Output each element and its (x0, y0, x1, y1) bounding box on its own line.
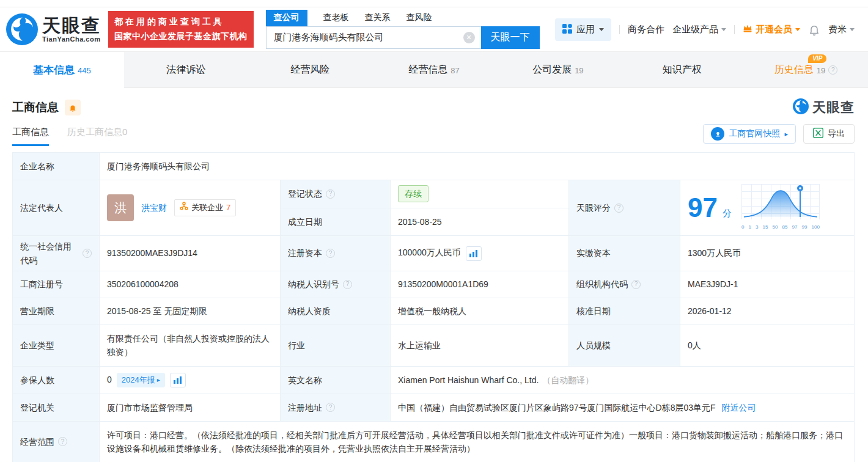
table-row: 企业类型 有限责任公司（非自然人投资或控股的法人独资） 行业 水上运输业 人员规… (13, 324, 855, 366)
cooperation-link[interactable]: 商务合作 (628, 24, 664, 35)
reg-status-label-cell: 登记状态 (281, 180, 391, 208)
score-distribution-chart[interactable]: 0131550859799100 (741, 184, 820, 232)
table-row: 经营范围 许可项目：港口经营。（依法须经批准的项目，经相关部门批准后方可开展经营… (13, 421, 855, 462)
enterprise-menu[interactable]: 企业级产品 (672, 24, 726, 35)
annual-report-badge[interactable]: 2024年报 (117, 373, 165, 388)
legal-rep-avatar[interactable]: 洪 (107, 194, 134, 221)
watermark-text: 天眼查 (812, 98, 855, 117)
industry-value: 水上运输业 (391, 324, 569, 366)
tab-intellectual-property[interactable]: 知识产权 (620, 52, 744, 87)
apps-menu[interactable]: 应用 (555, 18, 611, 41)
company-type-value: 有限责任公司（非自然人投资或控股的法人独资） (100, 324, 281, 366)
notification-bell-icon[interactable] (808, 23, 820, 36)
subtab-business-info[interactable]: 工商信息 (12, 127, 49, 146)
tianyancha-logo-icon (6, 13, 38, 45)
help-icon[interactable] (631, 280, 641, 289)
related-companies-label: 关联企业 (191, 202, 223, 215)
stamp-icon (711, 127, 724, 141)
tianyancha-logo[interactable]: 天眼查 TianYanCha.com (6, 13, 101, 45)
export-button[interactable]: 导出 (803, 124, 855, 144)
crown-icon (743, 24, 752, 35)
subtab-history-business-info[interactable]: 历史工商信息0 (67, 127, 127, 146)
legal-rep-cell: 洪 洪宝财 关联企业 7 (100, 180, 281, 236)
chevron-right-icon (157, 375, 160, 385)
approve-date-value: 2026-01-12 (680, 298, 855, 324)
paid-capital-label: 实缴资本 (569, 236, 680, 271)
chevron-right-icon (784, 130, 788, 138)
legal-rep-name-link[interactable]: 洪宝财 (141, 201, 167, 215)
search-tab-risk[interactable]: 查风险 (406, 10, 432, 26)
related-companies-badge[interactable]: 关联企业 7 (174, 199, 236, 217)
search-tab-boss[interactable]: 查老板 (323, 10, 349, 26)
insured-trend-icon[interactable] (170, 373, 186, 387)
section-head: 工商信息 天眼查 (0, 88, 868, 122)
tab-history-info[interactable]: VIP 历史信息 19 (744, 52, 868, 87)
reg-authority-label: 登记机关 (13, 394, 100, 421)
english-name-value: Xiamen Port Haishun Wharf Co., Ltd. (398, 375, 539, 385)
credit-code-label: 统一社会信用代码 (20, 240, 79, 267)
table-row: 营业期限 2015-08-25 至 无固定期限 纳税人资质 增值税一般纳税人 核… (13, 298, 855, 324)
top-divider (0, 0, 868, 7)
company-type-label: 企业类型 (13, 324, 100, 366)
address-value: 中国（福建）自由贸易试验区厦门片区象屿路97号厦门国际航运中心D栋8层03单元F (398, 403, 716, 413)
open-vip-label: 开通会员 (756, 24, 792, 35)
business-scope-label-cell: 经营范围 (13, 421, 100, 462)
help-icon[interactable] (326, 189, 335, 199)
establish-date-value: 2015-08-25 (391, 208, 569, 236)
nearby-companies-link[interactable]: 附近公司 (722, 403, 756, 413)
tab-count: 445 (78, 66, 91, 75)
approve-date-label: 核准日期 (569, 298, 680, 324)
help-icon[interactable] (828, 65, 837, 75)
search-tabs: 查公司 查老板 查关系 查风险 (266, 10, 540, 26)
capital-trend-icon[interactable] (466, 246, 482, 261)
help-icon[interactable] (614, 204, 623, 213)
table-row: 法定代表人 洪 洪宝财 关联企业 7 登记状态 (13, 180, 855, 208)
user-menu[interactable]: 费米 (828, 24, 855, 35)
help-icon[interactable] (58, 437, 67, 446)
header: 天眼查 TianYanCha.com 都在用的商业查询工具 国家中小企业发展子基… (0, 7, 868, 51)
staff-size-value: 0人 (680, 324, 855, 366)
help-icon[interactable] (326, 249, 335, 258)
open-vip-menu[interactable]: 开通会员 (743, 24, 800, 35)
tab-operation-info[interactable]: 经营信息 87 (372, 52, 496, 87)
monitor-bell-icon[interactable] (65, 100, 81, 116)
score-unit: 分 (723, 206, 732, 221)
table-row: 工商注册号 350206100004208 纳税人识别号 91350200M00… (13, 271, 855, 298)
apps-grid-icon (562, 24, 572, 35)
search-area: 查公司 查老板 查关系 查风险 天眼一下 (266, 10, 540, 49)
business-scope-label: 经营范围 (20, 435, 54, 449)
excel-icon (813, 128, 823, 140)
reg-status-cell: 存续 (391, 180, 569, 208)
company-name-value: 厦门港务海顺码头有限公司 (100, 153, 855, 180)
header-menu: 应用 商务合作 企业级产品 开通会员 费米 (555, 18, 855, 41)
vip-badge: VIP (808, 54, 826, 63)
org-chart-icon (180, 202, 188, 215)
tab-label: 法律诉讼 (166, 64, 205, 76)
help-icon[interactable] (83, 249, 92, 258)
english-name-cell: Xiamen Port Haishun Wharf Co., Ltd.（自动翻译… (391, 366, 855, 394)
business-term-label: 营业期限 (13, 298, 100, 324)
official-snapshot-button[interactable]: 工商官网快照 (703, 124, 796, 144)
reg-number-value: 350206100004208 (100, 271, 281, 298)
search-input[interactable] (266, 26, 481, 49)
help-icon[interactable] (343, 280, 352, 289)
search-tab-relation[interactable]: 查关系 (365, 10, 391, 26)
apps-menu-label: 应用 (576, 24, 595, 35)
search-button[interactable]: 天眼一下 (481, 26, 540, 49)
help-icon[interactable] (326, 403, 335, 412)
establish-date-label: 成立日期 (281, 208, 391, 236)
table-row: 统一社会信用代码 91350200MAE3J9DJ14 注册资本 100000万… (13, 236, 855, 271)
tab-company-development[interactable]: 公司发展 19 (496, 52, 620, 87)
tab-legal-lawsuits[interactable]: 法律诉讼 (124, 52, 248, 87)
search-tab-company[interactable]: 查公司 (266, 10, 307, 26)
business-term-value: 2015-08-25 至 无固定期限 (100, 298, 281, 324)
tab-operation-risk[interactable]: 经营风险 (248, 52, 372, 87)
reg-capital-label: 注册资本 (288, 246, 322, 260)
org-code-value: MAE3J9DJ-1 (680, 271, 855, 298)
paid-capital-value: 1300万人民币 (680, 236, 855, 271)
org-code-label-cell: 组织机构代码 (569, 271, 680, 298)
company-name-label: 企业名称 (13, 153, 100, 180)
clear-search-icon[interactable] (463, 32, 475, 43)
address-cell: 中国（福建）自由贸易试验区厦门片区象屿路97号厦门国际航运中心D栋8层03单元F… (391, 394, 855, 421)
tab-basic-info[interactable]: 基本信息 445 (0, 52, 124, 88)
